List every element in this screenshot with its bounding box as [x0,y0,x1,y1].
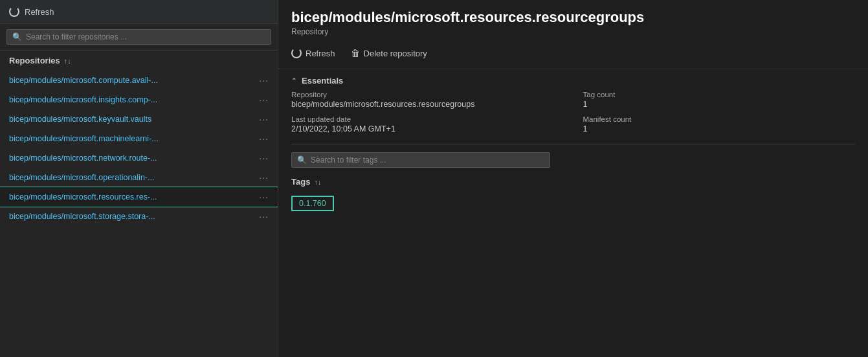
repo-item-name: bicep/modules/microsoft.keyvault.vaults [9,115,255,124]
list-item-selected[interactable]: bicep/modules/microsoft.resources.res-..… [0,187,278,207]
repo-item-name: bicep/modules/microsoft.insights.comp-..… [9,95,255,104]
essentials-label-lastupdated: Last updated date [291,115,564,123]
repos-header-label: Repositories [9,56,60,65]
repo-item-name: bicep/modules/microsoft.operationalin-..… [9,173,255,182]
page-title: bicep/modules/microsoft.resources.resour… [291,9,855,26]
list-item[interactable]: bicep/modules/microsoft.keyvault.vaults … [0,109,278,129]
repo-item-name: bicep/modules/microsoft.resources.res-..… [9,192,255,202]
search-icon: 🔍 [12,32,22,41]
left-refresh-button[interactable]: Refresh [0,0,278,24]
list-item[interactable]: bicep/modules/microsoft.insights.comp-..… [0,90,278,109]
essentials-grid: Repository bicep/modules/microsoft.resou… [291,91,855,144]
essentials-label-repo: Repository [291,91,564,98]
essentials-item-repo: Repository bicep/modules/microsoft.resou… [291,91,564,109]
list-item[interactable]: bicep/modules/microsoft.machinelearni-..… [0,129,278,148]
dots-menu[interactable]: ··· [259,95,269,105]
tags-section: 🔍 Tags ↑↓ 0.1.760 [278,144,868,211]
trash-icon: 🗑 [351,48,360,58]
repos-sort-icon[interactable]: ↑↓ [64,57,71,65]
essentials-item-manifestcount: Manifest count 1 [583,115,856,133]
essentials-section: ⌃ Essentials Repository bicep/modules/mi… [278,69,868,144]
left-panel: Refresh 🔍 Repositories ↑↓ bicep/modules/… [0,0,278,357]
right-header: bicep/modules/microsoft.resources.resour… [278,0,868,69]
tags-search-wrapper: 🔍 [291,152,550,168]
delete-label: Delete repository [364,49,427,58]
chevron-icon: ⌃ [291,77,296,84]
essentials-toggle[interactable]: ⌃ Essentials [291,69,855,91]
dots-menu[interactable]: ··· [259,153,269,163]
search-box: 🔍 [0,24,278,51]
essentials-label-tagcount: Tag count [583,91,856,98]
search-input-wrapper: 🔍 [6,29,271,45]
essentials-value-repo: bicep/modules/microsoft.resources.resour… [291,100,564,109]
refresh-button[interactable]: Refresh [291,48,335,58]
refresh-label: Refresh [306,49,335,58]
tags-header: Tags ↑↓ [291,173,855,190]
essentials-item-lastupdated: Last updated date 2/10/2022, 10:05 AM GM… [291,115,564,133]
list-item[interactable]: bicep/modules/microsoft.operationalin-..… [0,168,278,187]
dots-menu[interactable]: ··· [259,211,269,222]
tags-header-label: Tags [291,177,310,187]
list-item[interactable]: bicep/modules/microsoft.compute.avail-..… [0,71,278,90]
essentials-value-lastupdated: 2/10/2022, 10:05 AM GMT+1 [291,124,564,133]
dots-menu[interactable]: ··· [259,133,269,144]
dots-menu[interactable]: ··· [259,75,269,86]
search-input[interactable] [26,32,265,41]
repos-header: Repositories ↑↓ [0,51,278,71]
essentials-label: Essentials [302,76,343,86]
right-panel: bicep/modules/microsoft.resources.resour… [278,0,868,357]
tags-search-input[interactable] [311,155,544,165]
left-refresh-label: Refresh [25,7,54,17]
essentials-item-tagcount: Tag count 1 [583,91,856,109]
tags-list: 0.1.760 [291,190,855,211]
repo-item-name: bicep/modules/microsoft.compute.avail-..… [9,76,255,85]
repo-item-name: bicep/modules/microsoft.storage.stora-..… [9,212,255,221]
refresh-icon [9,6,19,17]
delete-repository-button[interactable]: 🗑 Delete repository [351,48,427,58]
repo-item-name: bicep/modules/microsoft.network.route-..… [9,154,255,163]
page-subtitle: Repository [291,27,855,36]
tag-item[interactable]: 0.1.760 [291,196,334,211]
tags-sort-icon[interactable]: ↑↓ [314,178,321,186]
dots-menu[interactable]: ··· [259,192,269,202]
essentials-value-tagcount: 1 [583,100,856,109]
list-item[interactable]: bicep/modules/microsoft.network.route-..… [0,148,278,168]
tags-search-icon: 🔍 [297,155,307,165]
dots-menu[interactable]: ··· [259,172,269,183]
essentials-value-manifestcount: 1 [583,124,856,133]
toolbar: Refresh 🗑 Delete repository [291,43,855,66]
repo-list: bicep/modules/microsoft.compute.avail-..… [0,71,278,357]
repo-item-name: bicep/modules/microsoft.machinelearni-..… [9,134,255,143]
dots-menu[interactable]: ··· [259,114,269,124]
refresh-icon [291,48,302,58]
essentials-label-manifestcount: Manifest count [583,115,856,123]
list-item[interactable]: bicep/modules/microsoft.storage.stora-..… [0,207,278,226]
